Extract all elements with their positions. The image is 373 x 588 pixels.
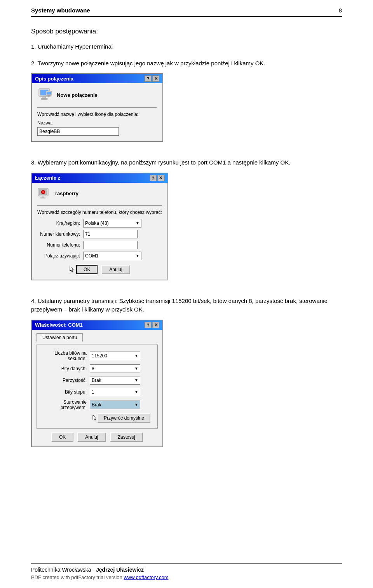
- chevron-down-icon-2: ▼: [136, 254, 139, 258]
- dialog-1-body: Nowe połączenie Wprowadź nazwę i wybierz…: [32, 83, 162, 141]
- svg-rect-2: [43, 97, 46, 98]
- dialog-3-help-button[interactable]: ?: [145, 322, 152, 328]
- dialog-1-conn-name: Nowe połączenie: [57, 92, 98, 98]
- dialog-1-name-input[interactable]: [37, 127, 119, 136]
- dialog-3-titlebar: Właściwości: COM1 ? ✕: [32, 320, 162, 330]
- prop-parzystosc-label: Parzystość:: [44, 378, 87, 383]
- dialog-2-body: raspberry Wprowadź szczegóły numeru tele…: [32, 183, 167, 280]
- field-kierunkowy-row: Numer kierunkowy: 71: [37, 230, 162, 238]
- tab-bar: Ustawienia portu: [37, 333, 158, 341]
- dialog-2-buttons: ? ✕: [150, 175, 164, 181]
- prop-sterowanie-value: Brak: [92, 402, 101, 408]
- dialog-2-ok-button[interactable]: OK: [76, 265, 98, 274]
- computer-icon: [37, 88, 53, 102]
- dialog-1-close-button[interactable]: ✕: [152, 75, 159, 82]
- dialog-1-titlebar: Opis połączenia ? ✕: [32, 74, 162, 83]
- list-item: 1. Uruchamiamy HyperTerminal: [31, 42, 342, 51]
- tab-ustawienia-portu[interactable]: Ustawienia portu: [37, 333, 83, 342]
- svg-rect-5: [47, 92, 51, 94]
- prop-sterowanie-dropdown[interactable]: Brak ▼: [90, 401, 140, 409]
- svg-marker-13: [70, 266, 73, 272]
- item-1-number: 1.: [31, 43, 36, 50]
- footer-university: Politechnika Wrocławska -: [31, 567, 96, 573]
- dialog-3-bottom-buttons: OK Anuluj Zastosuj: [37, 432, 158, 442]
- dialog-2-icon-row: raspberry: [37, 187, 162, 200]
- prop-sterowanie-label: Sterowanie przepływem:: [44, 399, 87, 410]
- prop-bity-dropdown[interactable]: 8 ▼: [90, 364, 140, 373]
- item-1-text: Uruchamiamy HyperTerminal: [38, 43, 113, 50]
- dialog-1-name-label: Nazwa:: [37, 120, 157, 126]
- dialog-2-titlebar: Łączenie z ? ✕: [32, 173, 167, 183]
- dialog-3-close-button[interactable]: ✕: [152, 322, 159, 328]
- field-kraj-dropdown[interactable]: Polska (48) ▼: [83, 219, 141, 228]
- dialog-3-body: Ustawienia portu Liczba bitów na sekundę…: [32, 330, 162, 446]
- item-2-number: 2.: [31, 60, 36, 66]
- list-item: 2. Tworzymy nowe połączenie wpisując jeg…: [31, 59, 342, 151]
- field-polacz-row: Połącz używając: COM1 ▼: [37, 252, 162, 260]
- footer-author-line: Politechnika Wrocławska - Jędrzej Ułasie…: [31, 567, 342, 573]
- prop-bity-value: 8: [92, 366, 94, 371]
- dialog-2-close-button[interactable]: ✕: [157, 175, 164, 181]
- field-kierunkowy-input[interactable]: 71: [83, 230, 138, 238]
- raspberry-icon: [37, 187, 51, 200]
- dialog-2-cancel-button[interactable]: Anuluj: [101, 265, 130, 274]
- field-kraj-label: Kraj/region:: [37, 220, 80, 226]
- item-4-number: 4.: [31, 298, 36, 304]
- item-3-number: 3.: [31, 159, 36, 166]
- page-footer: Politechnika Wrocławska - Jędrzej Ułasie…: [31, 563, 342, 580]
- dialog-3-ok-button[interactable]: OK: [51, 432, 73, 442]
- mouse-cursor-icon-2: [92, 414, 97, 421]
- dialog-2-title: Łączenie z: [35, 175, 60, 181]
- prop-parzystosc-value: Brak: [92, 378, 101, 383]
- field-polacz-dropdown[interactable]: COM1 ▼: [83, 252, 141, 260]
- dialog-3-title: Właściwości: COM1: [35, 322, 83, 328]
- dialog-1-title: Opis połączenia: [35, 76, 73, 82]
- tab-content: Liczba bitów na sekundę: 115200 ▼ Bity d…: [37, 345, 158, 429]
- dialog-laczenie: Łączenie z ? ✕: [31, 173, 168, 280]
- item-4-text: Ustalamy parametry transmisji: Szybkość …: [31, 298, 328, 313]
- footer-pdf-link[interactable]: www.pdffactory.com: [124, 574, 168, 580]
- svg-rect-12: [40, 198, 45, 198]
- dialog-2-icon-label: raspberry: [55, 191, 78, 196]
- dialog-2-help-button[interactable]: ?: [150, 175, 157, 181]
- restore-btn-row: Przywróć domyślne: [44, 413, 150, 423]
- prop-parzystosc-dropdown[interactable]: Brak ▼: [90, 376, 140, 385]
- prop-bitow-dropdown[interactable]: 115200 ▼: [90, 352, 140, 360]
- svg-point-10: [42, 191, 44, 193]
- field-telefon-input[interactable]: [83, 241, 138, 249]
- footer-pdf-line: PDF created with pdfFactory trial versio…: [31, 574, 342, 580]
- dialog-1-intro: Wprowadź nazwę i wybierz ikonę dla połąc…: [37, 112, 157, 117]
- chevron-down-icon-6: ▼: [134, 390, 138, 394]
- item-2-text: Tworzymy nowe połączenie wpisując jego n…: [37, 60, 265, 66]
- dialog-1-icon-row: Nowe połączenie: [37, 88, 157, 102]
- chevron-down-icon-4: ▼: [134, 366, 138, 371]
- svg-rect-6: [48, 96, 50, 97]
- field-polacz-value: COM1: [85, 253, 99, 259]
- prop-row-bity: Bity danych: 8 ▼: [44, 364, 150, 373]
- footer-pdf-text: PDF created with pdfFactory trial versio…: [31, 574, 124, 580]
- dialog-3-apply-button[interactable]: Zastosuj: [110, 432, 143, 442]
- prop-row-bitow: Liczba bitów na sekundę: 115200 ▼: [44, 350, 150, 361]
- field-kraj-value: Polska (48): [85, 220, 109, 226]
- item-3-text: Wybieramy port komunikacyjny, na poniższ…: [38, 159, 291, 166]
- prop-stopu-value: 1: [92, 389, 94, 395]
- dialog-3-cancel-button[interactable]: Anuluj: [77, 432, 106, 442]
- prop-bity-label: Bity danych:: [44, 366, 87, 371]
- page-number: 8: [339, 7, 342, 14]
- dialog-1-help-button[interactable]: ?: [145, 75, 152, 82]
- restore-defaults-button[interactable]: Przywróć domyślne: [98, 413, 150, 423]
- dialog-2-separator: [37, 205, 162, 206]
- field-kraj-row: Kraj/region: Polska (48) ▼: [37, 219, 162, 228]
- field-telefon-label: Numer telefonu:: [37, 242, 80, 248]
- prop-row-stopu: Bity stopu: 1 ▼: [44, 388, 150, 396]
- footer-separator: [31, 563, 342, 564]
- dialog-2-buttons-row: OK Anuluj: [37, 265, 162, 274]
- prop-row-sterowanie: Sterowanie przepływem: Brak ▼: [44, 399, 150, 410]
- field-polacz-label: Połącz używając:: [37, 253, 80, 259]
- prop-stopu-label: Bity stopu:: [44, 389, 87, 395]
- prop-row-parzystosc: Parzystość: Brak ▼: [44, 376, 150, 385]
- list-item: 4. Ustalamy parametry transmisji: Szybko…: [31, 297, 342, 456]
- svg-rect-3: [41, 98, 47, 100]
- dialog-3-titlebar-buttons: ? ✕: [145, 322, 159, 328]
- prop-stopu-dropdown[interactable]: 1 ▼: [90, 388, 140, 396]
